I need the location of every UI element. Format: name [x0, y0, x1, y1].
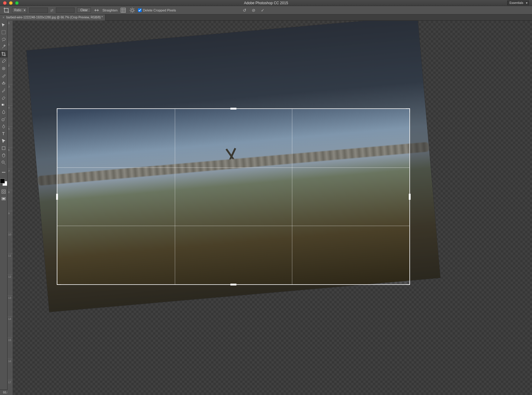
- lasso-tool[interactable]: [0, 36, 7, 43]
- workspace-selector[interactable]: Essentials: [507, 1, 529, 5]
- minimize-window-icon[interactable]: [9, 1, 13, 5]
- maximize-window-icon[interactable]: [15, 1, 19, 5]
- straighten-icon[interactable]: [93, 7, 100, 13]
- straighten-label[interactable]: Straighten: [102, 8, 117, 12]
- delete-cropped-checkbox[interactable]: Delete Cropped Pixels: [138, 8, 176, 12]
- svg-point-1: [131, 9, 134, 11]
- hand-tool[interactable]: [0, 152, 7, 159]
- document-tab-label: barbed-wire-1222248-1920x1280.jpg @ 66.7…: [6, 16, 103, 19]
- close-tab-icon[interactable]: ×: [2, 15, 5, 20]
- history-brush-tool[interactable]: [0, 87, 7, 94]
- cancel-crop-icon[interactable]: ⊘: [250, 7, 257, 14]
- svg-rect-0: [121, 8, 126, 12]
- rectangle-tool[interactable]: [0, 145, 7, 151]
- blur-tool[interactable]: [0, 109, 7, 115]
- options-bar: Ratio ⇄ Clear Straighten Delete Cropped …: [0, 6, 532, 14]
- delete-cropped-label: Delete Cropped Pixels: [143, 8, 176, 12]
- gradient-tool[interactable]: [0, 101, 7, 108]
- close-window-icon[interactable]: [3, 1, 7, 5]
- foreground-color[interactable]: [0, 179, 5, 183]
- crop-handle-right[interactable]: [409, 194, 411, 200]
- svg-point-8: [2, 161, 4, 163]
- ruler-vertical[interactable]: 01234567891011121314151617181920: [8, 21, 13, 395]
- screen-mode-icon[interactable]: [0, 196, 7, 202]
- document-tab-bar: × barbed-wire-1222248-1920x1280.jpg @ 66…: [0, 14, 532, 21]
- path-selection-tool[interactable]: [0, 138, 7, 144]
- brush-tool[interactable]: [0, 72, 7, 79]
- window-controls: [3, 1, 19, 5]
- quick-mask-icon[interactable]: [0, 188, 7, 195]
- foreground-background-colors[interactable]: [0, 179, 7, 186]
- healing-brush-tool[interactable]: [0, 65, 7, 72]
- clear-button[interactable]: Clear: [77, 8, 91, 13]
- eraser-tool[interactable]: [0, 94, 7, 101]
- ratio-dropdown[interactable]: Ratio: [12, 8, 27, 13]
- app-title: Adobe Photoshop CC 2015: [244, 1, 288, 5]
- eyedropper-tool[interactable]: [0, 58, 7, 65]
- crop-rectangle[interactable]: [57, 108, 410, 285]
- clone-stamp-tool[interactable]: [0, 80, 7, 86]
- svg-rect-4: [2, 104, 5, 106]
- delete-cropped-checkbox-input[interactable]: [138, 8, 142, 12]
- crop-handle-top[interactable]: [230, 108, 236, 110]
- svg-point-11: [5, 172, 5, 173]
- overlay-options-icon[interactable]: [120, 7, 127, 13]
- crop-handle-bottom[interactable]: [230, 284, 236, 285]
- type-tool[interactable]: T: [0, 130, 7, 137]
- crop-height-input[interactable]: [56, 8, 75, 13]
- canvas[interactable]: [13, 21, 532, 395]
- main-area: T 01234567891011121314151617181920212223…: [0, 21, 532, 390]
- svg-point-9: [2, 172, 3, 173]
- commit-crop-icon[interactable]: ✓: [259, 7, 266, 14]
- svg-point-5: [2, 119, 4, 121]
- move-tool[interactable]: [0, 22, 7, 28]
- zoom-tool[interactable]: [0, 159, 7, 166]
- titlebar: Adobe Photoshop CC 2015 Essentials: [0, 0, 532, 6]
- svg-text:T: T: [2, 131, 5, 136]
- crop-handle-bottom-right[interactable]: [406, 281, 410, 285]
- crop-handle-bottom-left[interactable]: [57, 281, 61, 285]
- dodge-tool[interactable]: [0, 116, 7, 123]
- crop-tool[interactable]: [0, 51, 7, 57]
- svg-rect-15: [2, 198, 5, 199]
- svg-rect-2: [2, 30, 5, 34]
- svg-rect-7: [2, 147, 5, 150]
- svg-rect-12: [2, 190, 5, 193]
- reset-crop-icon[interactable]: ↺: [241, 7, 248, 14]
- pen-tool[interactable]: [0, 123, 7, 130]
- tools-panel: T: [0, 21, 8, 390]
- crop-handle-top-right[interactable]: [406, 108, 410, 113]
- svg-point-13: [3, 191, 5, 193]
- crop-handle-top-left[interactable]: [57, 108, 61, 113]
- svg-point-10: [3, 172, 4, 173]
- marquee-tool[interactable]: [0, 29, 7, 36]
- crop-width-input[interactable]: [29, 8, 48, 13]
- magic-wand-tool[interactable]: [0, 43, 7, 50]
- edit-toolbar-icon[interactable]: [0, 169, 7, 176]
- swap-dimensions-icon[interactable]: ⇄: [50, 8, 53, 12]
- crop-options-gear-icon[interactable]: [129, 7, 136, 13]
- document-area: 0123456789101112131415161718192021222324…: [8, 21, 532, 390]
- crop-handle-left[interactable]: [56, 194, 58, 200]
- crop-tool-preset-icon[interactable]: [3, 7, 10, 13]
- document-tab[interactable]: × barbed-wire-1222248-1920x1280.jpg @ 66…: [0, 14, 105, 21]
